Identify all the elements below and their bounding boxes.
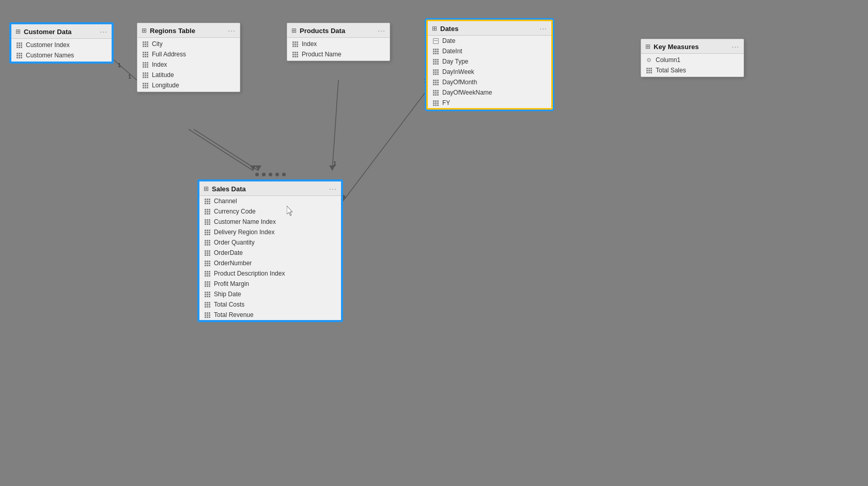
dot [275,173,279,176]
list-item[interactable]: Total Revenue [199,310,341,320]
field-grid-icon [291,51,299,58]
table-header-sales-data: ⊞ Sales Data ··· [199,181,341,196]
dot [262,173,266,176]
field-name: Day Type [442,58,468,65]
field-name: OrderDate [214,249,243,256]
table-key-measures[interactable]: ⊞ Key Measures ··· ⚙ Column1 Total Sales [641,39,744,77]
field-name: Total Revenue [214,311,254,318]
list-item[interactable]: Product Description Index [199,268,341,279]
table-customer-data[interactable]: ⊞ Customer Data ··· Customer Index Custo… [10,23,113,63]
field-grid-icon [204,260,211,267]
table-menu-button[interactable]: ··· [378,26,385,35]
table-sales-data[interactable]: ⊞ Sales Data ··· Channel Currency Code [198,180,343,322]
field-grid-icon [204,229,211,236]
svg-line-2 [194,129,258,171]
table-body-dates[interactable]: Date DateInt Day Type DayInWeek [428,36,551,108]
list-item[interactable]: City [137,39,240,49]
table-products-data[interactable]: ⊞ Products Data ··· Index Product Name [287,23,390,61]
table-header-regions: ⊞ Regions Table ··· [137,23,240,38]
field-name: Currency Code [214,208,256,215]
table-menu-button[interactable]: ··· [732,42,739,51]
list-item[interactable]: Longitude [137,80,240,90]
list-item[interactable]: Index [287,39,390,49]
table-title: Customer Data [24,28,71,36]
field-grid-icon [432,68,439,75]
field-grid-icon [16,41,23,49]
field-grid-icon [204,270,211,277]
list-item[interactable]: Total Costs [199,299,341,310]
table-body-key-measures: ⚙ Column1 Total Sales [641,54,743,77]
field-name: DayOfMonth [442,79,477,86]
list-item[interactable]: DateInt [428,46,551,56]
list-item[interactable]: Full Address [137,49,240,59]
table-menu-button[interactable]: ··· [329,185,337,193]
field-name: OrderNumber [214,260,252,267]
field-name: DateInt [442,48,462,55]
table-menu-button[interactable]: ··· [539,24,547,33]
svg-line-0 [113,59,137,80]
field-name: Customer Names [26,52,74,59]
field-name: FY [442,99,450,107]
table-body-customer-data: Customer Index Customer Names [11,39,112,62]
diagram-canvas[interactable]: 1 1 1 1 ⊞ Customer Data ··· Customer Ind… [0,0,868,486]
list-item[interactable]: Order Quantity [199,237,341,248]
field-name: Date [442,37,455,44]
field-grid-icon [432,48,439,55]
list-item[interactable]: Total Sales [641,65,743,75]
field-grid-icon [204,291,211,298]
table-grid-icon: ⊞ [16,28,21,35]
table-menu-button[interactable]: ··· [228,26,236,35]
field-grid-icon [432,79,439,86]
table-regions[interactable]: ⊞ Regions Table ··· City Full Address [137,23,240,92]
field-cal-icon [432,37,439,44]
list-item[interactable]: Date [428,36,551,46]
field-grid-icon [204,239,211,246]
table-header-products: ⊞ Products Data ··· [287,23,390,38]
field-grid-icon [142,61,149,68]
field-grid-icon [142,51,149,58]
list-item[interactable]: Currency Code [199,206,341,217]
list-item[interactable]: OrderDate [199,248,341,258]
list-item[interactable]: FY [428,98,551,108]
table-grid-icon: ⊞ [204,185,209,192]
list-item[interactable]: Ship Date [199,289,341,299]
table-body-sales-data[interactable]: Channel Currency Code Customer Name Inde… [199,196,341,320]
table-title: Dates [440,25,458,33]
list-item[interactable]: Delivery Region Index [199,227,341,237]
svg-marker-6 [329,165,335,171]
list-item[interactable]: Profit Margin [199,279,341,289]
field-name: Product Name [302,51,342,58]
svg-line-7 [343,90,427,202]
list-item[interactable]: DayOfWeekName [428,87,551,98]
list-item[interactable]: DayInWeek [428,67,551,77]
list-item[interactable]: Latitude [137,70,240,80]
field-name: Index [152,61,167,68]
field-name: Column1 [656,56,680,64]
list-item[interactable]: Day Type [428,56,551,67]
field-name: Profit Margin [214,280,249,287]
list-item[interactable]: ⚙ Column1 [641,55,743,65]
table-grid-icon: ⊞ [645,43,650,50]
svg-text:1: 1 [128,73,131,80]
table-header-customer-data: ⊞ Customer Data ··· [11,24,112,39]
list-item[interactable]: Customer Names [11,50,112,60]
table-header-dates: ⊞ Dates ··· [428,21,551,36]
list-item[interactable]: Customer Name Index [199,217,341,227]
table-title: Regions Table [150,27,195,35]
list-item[interactable]: DayOfMonth [428,77,551,87]
field-name: City [152,40,163,48]
list-item[interactable]: Index [137,59,240,70]
table-body-regions: City Full Address Index Latitude [137,38,240,92]
list-item[interactable]: OrderNumber [199,258,341,268]
field-name: Delivery Region Index [214,229,274,236]
table-title: Key Measures [654,43,699,51]
list-item[interactable]: Customer Index [11,40,112,50]
field-special-icon: ⚙ [645,56,653,64]
selection-dots [198,171,343,178]
field-grid-icon [142,82,149,89]
list-item[interactable]: Product Name [287,49,390,59]
field-name: Full Address [152,51,186,58]
table-menu-button[interactable]: ··· [100,27,107,36]
table-dates[interactable]: ⊞ Dates ··· Date DateInt [426,20,553,110]
list-item[interactable]: Channel [199,196,341,206]
